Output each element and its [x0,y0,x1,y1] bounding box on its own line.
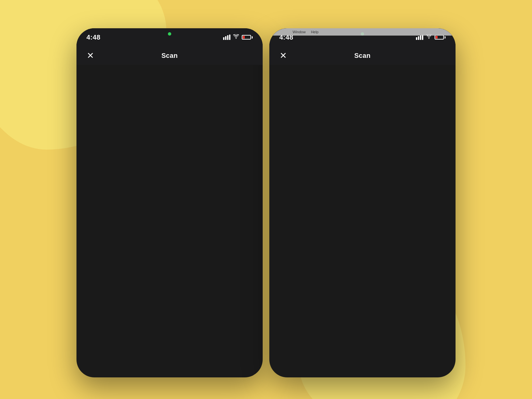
signal-icon-left [223,35,230,40]
status-bar-right: Window Help 4:48 [269,28,456,46]
time-left: 4:48 [86,34,100,41]
phone-left: 4:48 [76,28,263,377]
phone-right: Window Help 4:48 [269,28,456,377]
mac-menu-help: Help [311,30,319,34]
header-title-left: Scan [161,52,178,60]
green-dot-left [168,32,171,36]
battery-icon-right [435,35,446,40]
battery-icon-left [242,35,253,40]
close-button-left[interactable]: ✕ [84,50,96,62]
mac-menubar-right: Window Help [269,28,456,36]
status-bar-left: 4:48 [76,28,263,46]
wifi-icon-left [233,34,239,40]
header-bar-right: ✕ Scan [269,46,456,65]
mac-menu-window: Window [293,30,306,34]
phones-container: 4:48 [76,28,456,377]
header-bar-left: ✕ Scan [76,46,263,65]
status-icons-left [223,34,253,40]
close-button-right[interactable]: ✕ [277,50,289,62]
header-title-right: Scan [354,52,370,60]
